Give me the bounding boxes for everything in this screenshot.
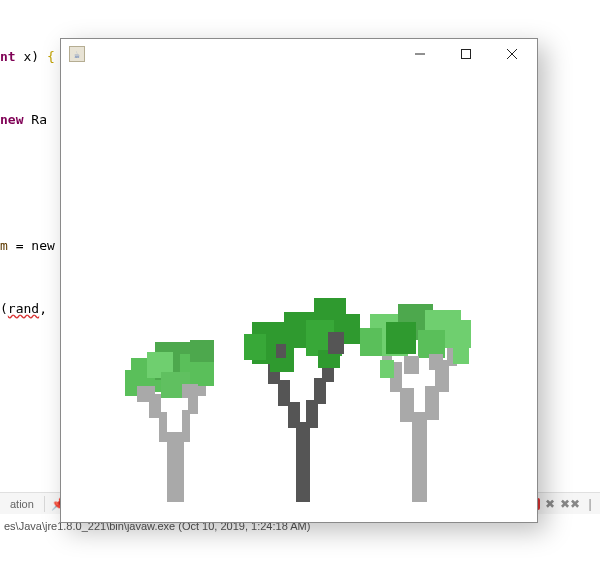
svg-rect-19 (182, 384, 198, 398)
close-button[interactable] (489, 40, 535, 68)
svg-rect-45 (360, 328, 382, 356)
code-text: Ra (23, 112, 46, 127)
minimize-icon (415, 49, 425, 59)
java-icon: ☕ (69, 46, 85, 62)
variable: m (0, 238, 8, 253)
close-icon (507, 49, 517, 59)
svg-rect-50 (447, 320, 471, 348)
code-text: ( (0, 301, 8, 316)
remove-launch-icon[interactable]: ✖ (543, 497, 557, 511)
tree-3 (360, 304, 472, 501)
svg-rect-51 (453, 344, 469, 364)
svg-rect-49 (418, 330, 446, 358)
svg-rect-35 (328, 332, 344, 354)
keyword: nt (0, 49, 16, 64)
java-app-window: ☕ (60, 38, 538, 523)
svg-rect-28 (244, 334, 266, 360)
svg-rect-38 (400, 388, 414, 422)
minimize-button[interactable] (397, 40, 443, 68)
code-text: , (39, 301, 47, 316)
divider-icon: | (583, 497, 597, 511)
window-titlebar[interactable]: ☕ (61, 39, 537, 69)
keyword: new (0, 112, 23, 127)
error-underline: rand (8, 301, 39, 316)
svg-rect-54 (380, 360, 394, 378)
app-canvas (61, 69, 537, 522)
svg-rect-22 (306, 400, 318, 428)
svg-rect-1 (462, 50, 471, 59)
svg-rect-16 (190, 340, 214, 362)
svg-rect-18 (137, 386, 155, 402)
svg-rect-47 (386, 322, 416, 354)
svg-rect-53 (429, 354, 443, 370)
brace: { (47, 49, 55, 64)
tree-1 (125, 340, 215, 501)
console-tab[interactable]: ation (0, 496, 45, 512)
tree-2 (244, 298, 360, 501)
svg-rect-37 (412, 412, 428, 502)
svg-rect-36 (276, 344, 286, 358)
maximize-button[interactable] (443, 40, 489, 68)
trees-drawing (61, 262, 537, 522)
remove-all-icon[interactable]: ✖✖ (563, 497, 577, 511)
code-text: = new (8, 238, 55, 253)
maximize-icon (461, 49, 471, 59)
svg-rect-52 (404, 356, 420, 374)
svg-rect-4 (167, 432, 185, 502)
svg-rect-20 (296, 422, 310, 502)
code-text: x) (16, 49, 47, 64)
svg-rect-6 (182, 410, 190, 442)
